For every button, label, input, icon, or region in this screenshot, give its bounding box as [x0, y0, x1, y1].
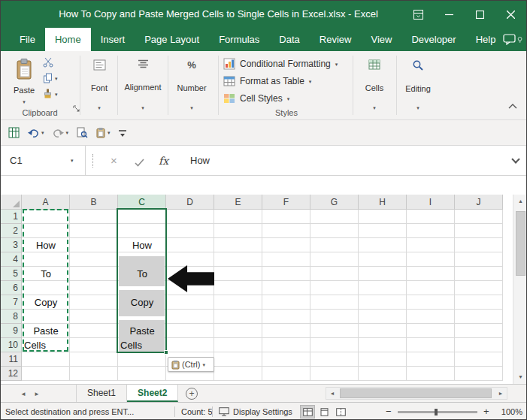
number-group-button[interactable]: % Number ▾: [171, 56, 213, 114]
display-settings-button[interactable]: Display Settings: [219, 403, 292, 420]
row-header-9[interactable]: 9: [1, 324, 22, 338]
cut-button[interactable]: [43, 56, 76, 68]
name-box[interactable]: C1 ▾: [1, 146, 86, 176]
tab-view[interactable]: View: [361, 28, 401, 51]
maximize-button[interactable]: [465, 1, 495, 28]
add-sheet-icon[interactable]: +: [186, 388, 198, 400]
scroll-down-icon[interactable]: ▼: [513, 370, 527, 384]
tab-file[interactable]: File: [10, 28, 45, 51]
column-header-A[interactable]: A: [22, 195, 70, 210]
undo-button[interactable]: ▾: [27, 128, 44, 138]
copy-button[interactable]: ▾: [43, 72, 76, 84]
tab-insert[interactable]: Insert: [91, 28, 135, 51]
minimize-button[interactable]: [434, 1, 465, 28]
tab-home[interactable]: Home: [45, 28, 91, 51]
cell-A9[interactable]: Paste: [22, 324, 70, 338]
previous-sheet-icon[interactable]: ◄: [20, 391, 26, 397]
cell-A5[interactable]: To: [22, 267, 70, 281]
zoom-out-button[interactable]: −: [386, 403, 392, 420]
row-header-4[interactable]: 4: [1, 252, 22, 267]
horizontal-scrollbar[interactable]: ◄ ►: [326, 387, 507, 400]
normal-view-button[interactable]: [300, 405, 315, 418]
confirm-entry-icon[interactable]: [135, 156, 144, 170]
column-header-D[interactable]: D: [166, 195, 214, 210]
cell-A7[interactable]: Copy: [22, 295, 70, 310]
cells-group-button[interactable]: Cells ▾: [357, 56, 392, 114]
chevron-down-icon: ▾: [287, 96, 290, 101]
font-group-button[interactable]: Font ▾: [82, 56, 117, 114]
cell-C9[interactable]: Paste: [118, 324, 166, 338]
row-header-7[interactable]: 7: [1, 295, 22, 310]
paste-special-button[interactable]: ▾: [95, 127, 111, 138]
ribbon-display-options-icon[interactable]: [403, 1, 434, 28]
feedback-bubble-icon[interactable]: [503, 34, 516, 48]
tab-formulas[interactable]: Formulas: [209, 28, 269, 51]
chevron-down-icon[interactable]: ▾: [71, 146, 74, 176]
cell-C10[interactable]: Cells: [118, 338, 166, 352]
redo-button[interactable]: ▾: [52, 128, 69, 138]
cell-A10[interactable]: Cells: [22, 338, 70, 352]
alignment-group-button[interactable]: Alignment ▾: [120, 56, 166, 114]
editing-group-button[interactable]: Editing ▾: [399, 56, 437, 114]
select-all-button[interactable]: [1, 195, 22, 210]
formula-bar-content[interactable]: How: [190, 146, 210, 176]
column-header-H[interactable]: H: [359, 195, 407, 210]
scroll-left-icon[interactable]: ◄: [326, 388, 338, 399]
row-header-10[interactable]: 10: [1, 338, 22, 352]
conditional-formatting-button[interactable]: Conditional Formatting ▾: [223, 56, 351, 71]
column-header-B[interactable]: B: [70, 195, 118, 210]
sheet-grid-button[interactable]: [8, 127, 20, 138]
cancel-entry-icon[interactable]: ×: [111, 146, 117, 176]
column-header-G[interactable]: G: [310, 195, 359, 210]
row-header-11[interactable]: 11: [1, 352, 22, 367]
tab-data[interactable]: Data: [269, 28, 309, 51]
cell-A3[interactable]: How: [22, 238, 70, 252]
horizontal-scroll-thumb[interactable]: [340, 388, 492, 398]
row-header-6[interactable]: 6: [1, 281, 22, 295]
cell-C5[interactable]: To: [118, 267, 166, 281]
scroll-up-icon[interactable]: ▲: [513, 195, 527, 208]
format-painter-button[interactable]: ▾: [43, 88, 76, 100]
row-header-12[interactable]: 12: [1, 367, 22, 381]
zoom-slider-handle[interactable]: [435, 409, 438, 415]
cell-C3[interactable]: How: [118, 238, 166, 252]
cell-C7[interactable]: Copy: [118, 295, 166, 310]
tab-developer[interactable]: Developer: [401, 28, 465, 51]
scroll-right-icon[interactable]: ►: [495, 388, 507, 399]
expand-formula-bar-icon[interactable]: [511, 155, 519, 163]
vertical-scroll-thumb[interactable]: [516, 211, 525, 276]
column-header-I[interactable]: I: [407, 195, 455, 210]
tab-page-layout[interactable]: Page Layout: [135, 28, 209, 51]
column-header-J[interactable]: J: [455, 195, 503, 210]
format-as-table-button[interactable]: Format as Table ▾: [223, 74, 351, 89]
row-header-2[interactable]: 2: [1, 224, 22, 238]
column-header-F[interactable]: F: [262, 195, 310, 210]
paste-button[interactable]: Paste ▾: [8, 55, 40, 107]
vertical-scrollbar[interactable]: ▲ ▼: [513, 195, 527, 384]
sheet-tab-sheet2[interactable]: Sheet2: [127, 385, 178, 402]
tab-help[interactable]: Help: [466, 28, 506, 51]
column-header-E[interactable]: E: [214, 195, 262, 210]
status-count[interactable]: Count: 5: [181, 403, 213, 420]
row-header-8[interactable]: 8: [1, 310, 22, 324]
page-layout-view-button[interactable]: [317, 405, 332, 418]
sheet-tab-sheet1[interactable]: Sheet1: [76, 385, 127, 402]
zoom-slider[interactable]: [398, 411, 477, 413]
next-sheet-icon[interactable]: ►: [34, 391, 40, 397]
print-preview-button[interactable]: [76, 127, 88, 138]
row-header-1[interactable]: 1: [1, 210, 22, 224]
row-header-5[interactable]: 5: [1, 267, 22, 281]
collapse-ribbon-icon[interactable]: [508, 98, 517, 112]
tab-review[interactable]: Review: [310, 28, 362, 51]
paste-options-button[interactable]: (Ctrl) ▾: [168, 357, 214, 372]
close-button[interactable]: [495, 1, 526, 28]
insert-function-button[interactable]: fx: [159, 146, 168, 176]
zoom-level[interactable]: 100%: [497, 403, 522, 420]
row-header-3[interactable]: 3: [1, 238, 22, 252]
customize-qat-button[interactable]: [118, 128, 127, 137]
page-break-preview-button[interactable]: [333, 405, 348, 418]
zoom-in-button[interactable]: +: [483, 403, 489, 420]
cell-styles-button[interactable]: Cell Styles ▾: [223, 91, 351, 106]
column-header-C[interactable]: C: [118, 195, 166, 210]
cells-area[interactable]: [22, 210, 503, 381]
